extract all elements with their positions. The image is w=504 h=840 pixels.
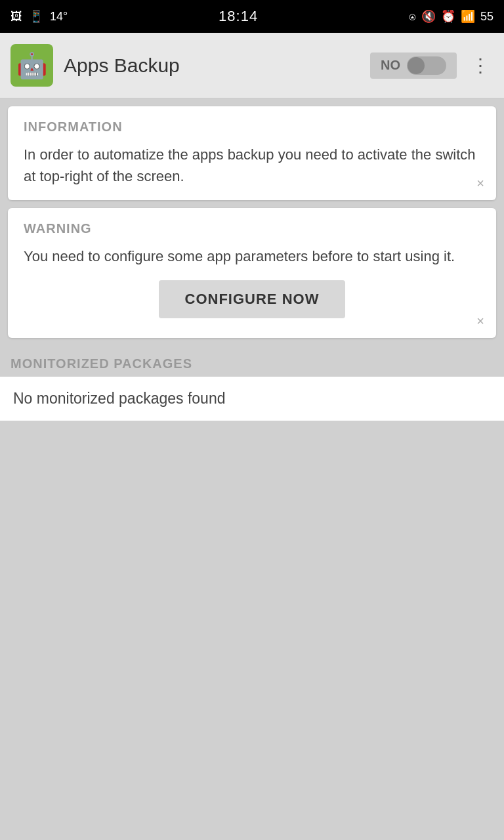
packages-section: MONITORIZED PACKAGES No monitorized pack… xyxy=(0,346,504,421)
toggle-switch[interactable]: NO xyxy=(370,52,457,79)
configure-now-button[interactable]: CONFIGURE NOW xyxy=(159,280,346,318)
overflow-menu-button[interactable]: ⋮ xyxy=(467,52,494,79)
clock-display: 18:14 xyxy=(219,8,258,25)
status-bar: 🖼 📱 14° 18:14 ⍟ 🔇 ⏰ 📶 55 xyxy=(0,0,504,33)
bluetooth-icon: ⍟ xyxy=(409,10,416,24)
app-bar: 🤖 Apps Backup NO ⋮ xyxy=(0,33,504,98)
battery-display: 55 xyxy=(480,10,494,24)
warning-card: WARNING You need to configure some app p… xyxy=(8,208,496,338)
app-icon: 🤖 xyxy=(10,44,53,87)
wifi-icon: 📶 xyxy=(461,9,475,24)
warning-close-button[interactable]: × xyxy=(476,314,484,329)
temperature-display: 14° xyxy=(50,10,68,24)
status-bar-right: ⍟ 🔇 ⏰ 📶 55 xyxy=(409,9,494,24)
packages-empty-text: No monitorized packages found xyxy=(13,390,225,407)
status-bar-left: 🖼 📱 14° xyxy=(10,9,68,24)
warning-card-text: You need to configure some app parameter… xyxy=(24,245,480,267)
warning-card-title: WARNING xyxy=(24,221,480,236)
robot-icon: 🤖 xyxy=(16,51,47,80)
packages-section-title: MONITORIZED PACKAGES xyxy=(0,346,504,377)
information-close-button[interactable]: × xyxy=(476,176,484,191)
packages-section-content: No monitorized packages found xyxy=(0,377,504,421)
mute-icon: 🔇 xyxy=(421,9,436,24)
information-card-text: In order to automatize the apps backup y… xyxy=(24,144,480,187)
image-icon: 🖼 xyxy=(10,10,22,24)
information-card-title: INFORMATION xyxy=(24,119,480,135)
bottom-area xyxy=(0,421,504,618)
information-card: INFORMATION In order to automatize the a… xyxy=(8,106,496,200)
alarm-icon: ⏰ xyxy=(441,9,455,24)
main-content: INFORMATION In order to automatize the a… xyxy=(0,98,504,346)
toggle-track xyxy=(407,56,446,75)
phone-icon: 📱 xyxy=(29,9,43,24)
toggle-label: NO xyxy=(381,58,400,73)
toggle-thumb xyxy=(408,57,425,74)
app-title: Apps Backup xyxy=(64,54,370,77)
